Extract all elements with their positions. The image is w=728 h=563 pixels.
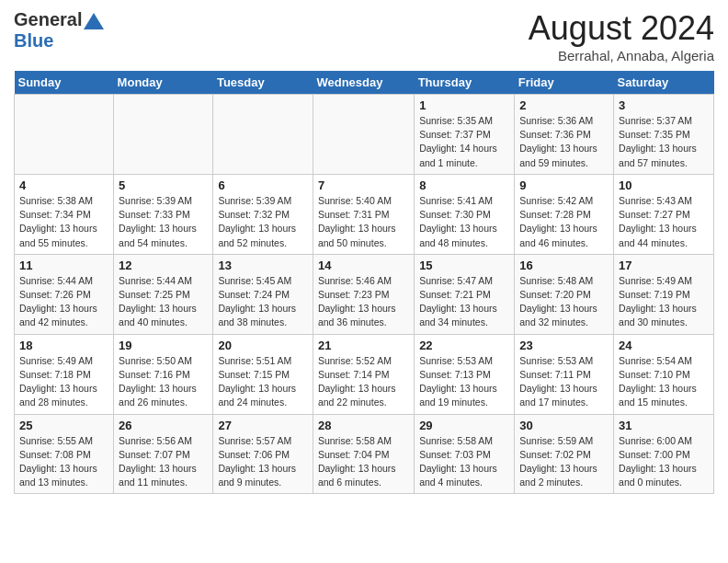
day-info: Sunrise: 5:35 AMSunset: 7:37 PMDaylight:… bbox=[419, 114, 509, 170]
calendar-cell: 24Sunrise: 5:54 AMSunset: 7:10 PMDayligh… bbox=[614, 334, 714, 414]
day-number: 9 bbox=[519, 178, 609, 192]
day-info: Sunrise: 5:49 AMSunset: 7:18 PMDaylight:… bbox=[19, 354, 108, 410]
calendar-table: SundayMondayTuesdayWednesdayThursdayFrid… bbox=[14, 71, 714, 494]
calendar-cell: 5Sunrise: 5:39 AMSunset: 7:33 PMDaylight… bbox=[114, 174, 213, 254]
calendar-cell: 10Sunrise: 5:43 AMSunset: 7:27 PMDayligh… bbox=[614, 174, 714, 254]
calendar-cell bbox=[114, 95, 213, 175]
day-number: 22 bbox=[419, 339, 509, 352]
calendar-cell: 1Sunrise: 5:35 AMSunset: 7:37 PMDaylight… bbox=[415, 95, 515, 175]
day-number: 30 bbox=[519, 419, 609, 432]
day-info: Sunrise: 5:44 AMSunset: 7:26 PMDaylight:… bbox=[19, 274, 108, 330]
calendar-cell: 29Sunrise: 5:58 AMSunset: 7:03 PMDayligh… bbox=[415, 414, 515, 494]
calendar-cell: 25Sunrise: 5:55 AMSunset: 7:08 PMDayligh… bbox=[15, 414, 114, 494]
day-info: Sunrise: 5:48 AMSunset: 7:20 PMDaylight:… bbox=[519, 274, 609, 330]
day-info: Sunrise: 5:39 AMSunset: 7:33 PMDaylight:… bbox=[119, 194, 208, 250]
calendar-week-2: 4Sunrise: 5:38 AMSunset: 7:34 PMDaylight… bbox=[15, 174, 714, 254]
day-number: 27 bbox=[218, 419, 308, 432]
calendar-cell: 31Sunrise: 6:00 AMSunset: 7:00 PMDayligh… bbox=[614, 414, 714, 494]
day-info: Sunrise: 5:49 AMSunset: 7:19 PMDaylight:… bbox=[619, 274, 709, 330]
day-number: 3 bbox=[619, 98, 709, 112]
day-number: 6 bbox=[218, 178, 308, 192]
day-number: 26 bbox=[119, 419, 208, 432]
col-header-monday: Monday bbox=[114, 71, 213, 95]
calendar-cell: 26Sunrise: 5:56 AMSunset: 7:07 PMDayligh… bbox=[114, 414, 213, 494]
day-info: Sunrise: 5:47 AMSunset: 7:21 PMDaylight:… bbox=[419, 274, 509, 330]
calendar-cell bbox=[15, 95, 114, 175]
calendar-cell: 8Sunrise: 5:41 AMSunset: 7:30 PMDaylight… bbox=[415, 174, 515, 254]
day-info: Sunrise: 5:39 AMSunset: 7:32 PMDaylight:… bbox=[218, 194, 308, 250]
calendar-week-3: 11Sunrise: 5:44 AMSunset: 7:26 PMDayligh… bbox=[15, 254, 714, 334]
calendar-cell: 23Sunrise: 5:53 AMSunset: 7:11 PMDayligh… bbox=[515, 334, 614, 414]
calendar-cell: 27Sunrise: 5:57 AMSunset: 7:06 PMDayligh… bbox=[213, 414, 313, 494]
calendar-cell: 28Sunrise: 5:58 AMSunset: 7:04 PMDayligh… bbox=[313, 414, 414, 494]
calendar-cell: 2Sunrise: 5:36 AMSunset: 7:36 PMDaylight… bbox=[515, 95, 614, 175]
calendar-cell: 17Sunrise: 5:49 AMSunset: 7:19 PMDayligh… bbox=[614, 254, 714, 334]
day-info: Sunrise: 5:58 AMSunset: 7:03 PMDaylight:… bbox=[419, 434, 509, 490]
day-number: 5 bbox=[119, 178, 208, 192]
calendar-cell: 18Sunrise: 5:49 AMSunset: 7:18 PMDayligh… bbox=[15, 334, 114, 414]
logo-general-text: General bbox=[14, 9, 82, 30]
calendar-cell: 15Sunrise: 5:47 AMSunset: 7:21 PMDayligh… bbox=[415, 254, 515, 334]
day-number: 31 bbox=[619, 419, 709, 432]
day-number: 15 bbox=[419, 259, 509, 272]
day-info: Sunrise: 5:56 AMSunset: 7:07 PMDaylight:… bbox=[119, 434, 208, 490]
header: General Blue August 2024 Berrahal, Annab… bbox=[14, 9, 714, 63]
day-info: Sunrise: 5:53 AMSunset: 7:13 PMDaylight:… bbox=[419, 354, 509, 410]
calendar-week-4: 18Sunrise: 5:49 AMSunset: 7:18 PMDayligh… bbox=[15, 334, 714, 414]
calendar-title: August 2024 bbox=[529, 9, 714, 48]
day-number: 10 bbox=[619, 178, 709, 192]
day-info: Sunrise: 5:41 AMSunset: 7:30 PMDaylight:… bbox=[419, 194, 509, 250]
col-header-tuesday: Tuesday bbox=[213, 71, 313, 95]
day-number: 16 bbox=[519, 259, 609, 272]
calendar-cell: 19Sunrise: 5:50 AMSunset: 7:16 PMDayligh… bbox=[114, 334, 213, 414]
logo-icon bbox=[84, 13, 104, 29]
calendar-cell: 11Sunrise: 5:44 AMSunset: 7:26 PMDayligh… bbox=[15, 254, 114, 334]
day-number: 23 bbox=[519, 339, 609, 352]
day-info: Sunrise: 5:36 AMSunset: 7:36 PMDaylight:… bbox=[519, 114, 609, 170]
day-number: 18 bbox=[19, 339, 108, 352]
col-header-wednesday: Wednesday bbox=[313, 71, 414, 95]
calendar-cell: 9Sunrise: 5:42 AMSunset: 7:28 PMDaylight… bbox=[515, 174, 614, 254]
col-header-thursday: Thursday bbox=[415, 71, 515, 95]
calendar-cell: 30Sunrise: 5:59 AMSunset: 7:02 PMDayligh… bbox=[515, 414, 614, 494]
day-number: 17 bbox=[619, 259, 709, 272]
day-info: Sunrise: 5:50 AMSunset: 7:16 PMDaylight:… bbox=[119, 354, 208, 410]
day-info: Sunrise: 5:46 AMSunset: 7:23 PMDaylight:… bbox=[318, 274, 409, 330]
day-number: 11 bbox=[19, 259, 108, 272]
day-info: Sunrise: 5:40 AMSunset: 7:31 PMDaylight:… bbox=[318, 194, 409, 250]
day-info: Sunrise: 5:52 AMSunset: 7:14 PMDaylight:… bbox=[318, 354, 409, 410]
day-info: Sunrise: 5:37 AMSunset: 7:35 PMDaylight:… bbox=[619, 114, 709, 170]
calendar-subtitle: Berrahal, Annaba, Algeria bbox=[529, 48, 714, 63]
calendar-header-row: SundayMondayTuesdayWednesdayThursdayFrid… bbox=[15, 71, 714, 95]
calendar-week-5: 25Sunrise: 5:55 AMSunset: 7:08 PMDayligh… bbox=[15, 414, 714, 494]
calendar-cell: 4Sunrise: 5:38 AMSunset: 7:34 PMDaylight… bbox=[15, 174, 114, 254]
day-info: Sunrise: 5:42 AMSunset: 7:28 PMDaylight:… bbox=[519, 194, 609, 250]
calendar-cell: 22Sunrise: 5:53 AMSunset: 7:13 PMDayligh… bbox=[415, 334, 515, 414]
calendar-cell: 13Sunrise: 5:45 AMSunset: 7:24 PMDayligh… bbox=[213, 254, 313, 334]
calendar-cell: 12Sunrise: 5:44 AMSunset: 7:25 PMDayligh… bbox=[114, 254, 213, 334]
col-header-saturday: Saturday bbox=[614, 71, 714, 95]
day-number: 19 bbox=[119, 339, 208, 352]
day-info: Sunrise: 5:58 AMSunset: 7:04 PMDaylight:… bbox=[318, 434, 409, 490]
day-info: Sunrise: 5:53 AMSunset: 7:11 PMDaylight:… bbox=[519, 354, 609, 410]
calendar-cell: 3Sunrise: 5:37 AMSunset: 7:35 PMDaylight… bbox=[614, 95, 714, 175]
calendar-cell: 21Sunrise: 5:52 AMSunset: 7:14 PMDayligh… bbox=[313, 334, 414, 414]
day-number: 20 bbox=[218, 339, 308, 352]
calendar-week-1: 1Sunrise: 5:35 AMSunset: 7:37 PMDaylight… bbox=[15, 95, 714, 175]
logo-blue-text: Blue bbox=[14, 30, 53, 51]
day-number: 12 bbox=[119, 259, 208, 272]
day-info: Sunrise: 5:45 AMSunset: 7:24 PMDaylight:… bbox=[218, 274, 308, 330]
day-info: Sunrise: 5:54 AMSunset: 7:10 PMDaylight:… bbox=[619, 354, 709, 410]
day-number: 8 bbox=[419, 178, 509, 192]
day-info: Sunrise: 6:00 AMSunset: 7:00 PMDaylight:… bbox=[619, 434, 709, 490]
day-number: 2 bbox=[519, 98, 609, 112]
day-number: 28 bbox=[318, 419, 409, 432]
svg-marker-0 bbox=[84, 13, 104, 29]
calendar-cell: 7Sunrise: 5:40 AMSunset: 7:31 PMDaylight… bbox=[313, 174, 414, 254]
day-number: 7 bbox=[318, 178, 409, 192]
logo: General Blue bbox=[14, 9, 104, 52]
calendar-cell bbox=[213, 95, 313, 175]
day-number: 4 bbox=[19, 178, 108, 192]
day-info: Sunrise: 5:38 AMSunset: 7:34 PMDaylight:… bbox=[19, 194, 108, 250]
day-info: Sunrise: 5:43 AMSunset: 7:27 PMDaylight:… bbox=[619, 194, 709, 250]
